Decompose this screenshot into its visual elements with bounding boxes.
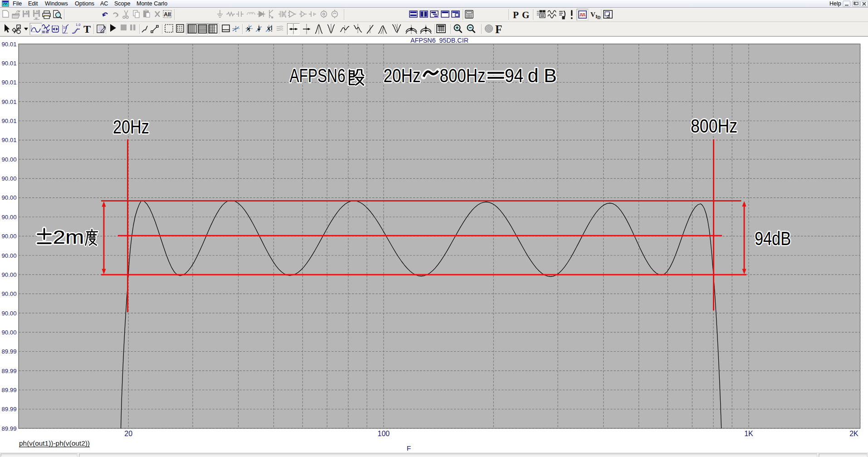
svg-text:10: 10: [63, 25, 67, 29]
svg-text:90.00: 90.00: [2, 233, 17, 240]
svg-text:B: B: [544, 64, 557, 86]
svg-text:90.01: 90.01: [2, 41, 17, 48]
svg-text:Edit: Edit: [28, 0, 38, 7]
svg-text:File: File: [13, 0, 22, 7]
svg-text:89.99: 89.99: [2, 387, 17, 393]
svg-text:89.99: 89.99: [2, 425, 17, 432]
svg-text:G: G: [522, 10, 529, 20]
svg-text:89.99: 89.99: [2, 406, 17, 413]
svg-text:20Hz: 20Hz: [113, 116, 149, 138]
svg-text:Monte Carlo: Monte Carlo: [137, 0, 167, 7]
svg-text:V: V: [590, 11, 595, 18]
svg-text:90.00: 90.00: [2, 252, 17, 259]
svg-text:All: All: [164, 11, 171, 18]
svg-text:800Hz: 800Hz: [440, 64, 486, 86]
svg-text:AFPSN6_95DB.CIR: AFPSN6_95DB.CIR: [410, 37, 468, 44]
svg-text:F: F: [407, 444, 411, 452]
svg-text:2m: 2m: [53, 226, 84, 248]
svg-text:Scope: Scope: [114, 0, 130, 7]
svg-text:2K: 2K: [849, 430, 858, 437]
svg-text:90.01: 90.01: [2, 98, 17, 105]
svg-text:89.99: 89.99: [2, 368, 17, 374]
svg-text:90.00: 90.00: [2, 194, 17, 201]
svg-text:100: 100: [378, 430, 390, 437]
svg-text:90.01: 90.01: [2, 79, 17, 86]
svg-text:90.01: 90.01: [2, 118, 17, 124]
svg-text:D: D: [597, 15, 600, 20]
svg-text:ph(v(out1))-ph(v(out2)): ph(v(out1))-ph(v(out2)): [19, 440, 90, 447]
svg-text:94dB: 94dB: [755, 227, 791, 249]
svg-text:90.00: 90.00: [2, 329, 17, 336]
svg-text:Options: Options: [75, 0, 94, 7]
svg-text:800Hz: 800Hz: [691, 115, 737, 137]
svg-text:d: d: [528, 64, 539, 86]
svg-text:20Hz: 20Hz: [384, 64, 421, 86]
svg-text:1.0: 1.0: [76, 23, 80, 27]
svg-text:94: 94: [505, 64, 523, 86]
svg-text:1K: 1K: [744, 430, 753, 437]
svg-text:P: P: [513, 10, 519, 20]
svg-text:90.00: 90.00: [2, 310, 17, 317]
svg-text:AFPSN6: AFPSN6: [290, 64, 346, 86]
svg-text:Windows: Windows: [45, 0, 68, 7]
svg-text:F: F: [495, 23, 502, 35]
svg-text:T: T: [83, 23, 91, 35]
svg-text:90.01: 90.01: [2, 137, 17, 143]
svg-text:90.00: 90.00: [2, 290, 17, 297]
svg-text:90.00: 90.00: [2, 175, 17, 182]
svg-text:89.99: 89.99: [2, 348, 17, 355]
svg-text:20: 20: [124, 430, 132, 437]
svg-text:90.01: 90.01: [2, 60, 17, 67]
svg-text:90.00: 90.00: [2, 271, 17, 278]
svg-text:Help: Help: [829, 0, 841, 7]
svg-text:AC: AC: [100, 0, 108, 7]
svg-text:90.00: 90.00: [2, 214, 17, 221]
svg-text:90.00: 90.00: [2, 156, 17, 163]
